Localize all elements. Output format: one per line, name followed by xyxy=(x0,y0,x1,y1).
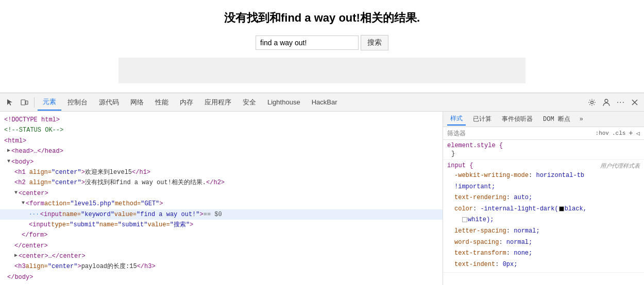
tab-console[interactable]: 控制台 xyxy=(62,95,93,110)
html-line: ▶ <head>…</head> xyxy=(0,146,443,156)
hov-btn[interactable]: :hov xyxy=(596,130,609,136)
body-tag: <body> xyxy=(11,157,33,167)
style-prop-rendering: text-rendering: auto; xyxy=(447,192,640,204)
more-tabs-icon[interactable]: » xyxy=(580,116,583,123)
html-line: <!--STATUS OK--> xyxy=(0,125,443,135)
page-title: 没有找到和find a way out!相关的结果. xyxy=(224,10,420,26)
tab-application[interactable]: 应用程序 xyxy=(199,95,236,110)
styles-toolbar: 样式 已计算 事件侦听器 DOM 断点 » xyxy=(443,112,644,127)
doctype-text: <!DOCTYPE html> xyxy=(4,116,60,123)
html-line: ▼ <center> xyxy=(0,188,443,199)
svg-rect-1 xyxy=(26,101,28,104)
tab-computed[interactable]: 已计算 xyxy=(470,113,495,125)
devtools-panel: 元素 控制台 源代码 网络 性能 内存 应用程序 安全 Lighthouse H… xyxy=(0,93,644,285)
tab-styles[interactable]: 样式 xyxy=(447,113,466,126)
expand-pane-btn[interactable]: ◁ xyxy=(636,130,640,137)
tab-sources[interactable]: 源代码 xyxy=(94,95,124,110)
style-prop-webkit: -webkit-writing-mode: horizontal-tb xyxy=(447,170,640,182)
tab-elements[interactable]: 元素 xyxy=(38,94,61,111)
svg-rect-0 xyxy=(21,100,25,105)
html-tag: <html> xyxy=(4,137,26,145)
style-selector-input: input { 用户代理样式表 xyxy=(447,162,640,170)
more-icon-btn[interactable]: ··· xyxy=(614,96,628,109)
collapse-icon[interactable]: ▶ xyxy=(14,251,18,260)
settings-icon-btn[interactable] xyxy=(585,96,599,109)
html-line: </body> xyxy=(0,272,443,282)
filter-input[interactable] xyxy=(447,130,592,137)
user-icon-btn[interactable] xyxy=(600,96,613,109)
page-area: 没有找到和find a way out!相关的结果. 搜索 xyxy=(0,0,644,93)
devtools-body: <!DOCTYPE html> <!--STATUS OK--> <html> … xyxy=(0,112,644,285)
close-icon-btn[interactable] xyxy=(629,97,641,108)
style-prop-letter: letter-spacing: normal; xyxy=(447,226,640,237)
collapse-icon[interactable]: ▼ xyxy=(7,157,10,166)
collapse-icon[interactable]: ▶ xyxy=(7,146,10,155)
user-agent-label: 用户代理样式表 xyxy=(600,162,640,170)
tab-memory[interactable]: 内存 xyxy=(175,95,198,110)
html-line: <!DOCTYPE html> xyxy=(0,115,443,125)
device-toggle-btn[interactable] xyxy=(18,96,31,109)
html-line: ▶ <center>…</center> xyxy=(0,251,443,261)
style-selector: element.style { xyxy=(447,142,640,149)
toolbar-separator xyxy=(34,97,35,108)
html-line: </form> xyxy=(0,230,443,240)
style-close-brace: } xyxy=(447,150,640,157)
style-prop-word: word-spacing: normal; xyxy=(447,237,640,248)
cursor-icon-btn[interactable] xyxy=(3,96,16,109)
html-line: <html> xyxy=(0,136,443,146)
svg-point-3 xyxy=(605,99,608,102)
html-panel[interactable]: <!DOCTYPE html> <!--STATUS OK--> <html> … xyxy=(0,112,443,285)
add-style-btn[interactable]: + xyxy=(629,129,633,137)
toolbar-right-actions: ··· xyxy=(585,96,641,109)
html-line: <h2 align="center">没有找到和find a way out!相… xyxy=(0,177,443,188)
html-line-selected: ··· <input name="keyword" value="find a … xyxy=(0,209,443,220)
selected-marker: ··· xyxy=(29,209,39,219)
style-rule-input: input { 用户代理样式表 -webkit-writing-mode: ho… xyxy=(443,160,644,273)
ad-area xyxy=(118,58,526,83)
html-line: ▼ <form action="level5.php" method="GET"… xyxy=(0,199,443,209)
search-row: 搜索 xyxy=(256,35,388,50)
comment-text: <!--STATUS OK--> xyxy=(4,127,63,134)
html-line: <h3 align="center">payload的长度:15</h3> xyxy=(0,261,443,272)
tab-performance[interactable]: 性能 xyxy=(150,95,174,110)
tab-lighthouse[interactable]: Lighthouse xyxy=(262,95,306,109)
html-line: <input type="submit" name="submit" value… xyxy=(0,220,443,230)
tab-event-listeners[interactable]: 事件侦听器 xyxy=(499,113,536,125)
tab-network[interactable]: 网络 xyxy=(125,95,149,110)
tab-security[interactable]: 安全 xyxy=(238,95,261,110)
black-swatch xyxy=(559,206,564,211)
style-prop-color: color: -internal-light-dark(black, xyxy=(447,204,640,215)
tab-dom-breakpoints[interactable]: DOM 断点 xyxy=(540,113,573,125)
h1-tag: <h1 xyxy=(14,169,29,176)
white-swatch xyxy=(462,217,467,222)
style-prop-important: !important; xyxy=(447,182,640,193)
cls-btn[interactable]: .cls xyxy=(612,130,625,136)
search-input[interactable] xyxy=(256,35,359,50)
styles-panel: 样式 已计算 事件侦听器 DOM 断点 » :hov .cls + ◁ elem… xyxy=(443,112,644,285)
devtools-toolbar: 元素 控制台 源代码 网络 性能 内存 应用程序 安全 Lighthouse H… xyxy=(0,93,644,112)
html-line: ▼ <body> xyxy=(0,157,443,167)
style-rule-element: element.style { } xyxy=(443,140,644,160)
html-line: </center> xyxy=(0,241,443,251)
search-button[interactable]: 搜索 xyxy=(361,35,388,50)
collapse-icon[interactable]: ▼ xyxy=(22,199,25,207)
style-prop-transform: text-transform: none; xyxy=(447,248,640,259)
head-tag: <head>…</head> xyxy=(11,146,63,156)
filter-row: :hov .cls + ◁ xyxy=(443,127,644,140)
style-prop-color-white: white); xyxy=(447,215,640,226)
collapse-icon[interactable]: ▼ xyxy=(14,188,18,197)
tab-hackbar[interactable]: HackBar xyxy=(307,95,343,109)
svg-point-2 xyxy=(590,101,593,103)
html-line: <h1 align="center">欢迎来到level5</h1> xyxy=(0,167,443,177)
style-prop-indent: text-indent: 0px; xyxy=(447,259,640,271)
